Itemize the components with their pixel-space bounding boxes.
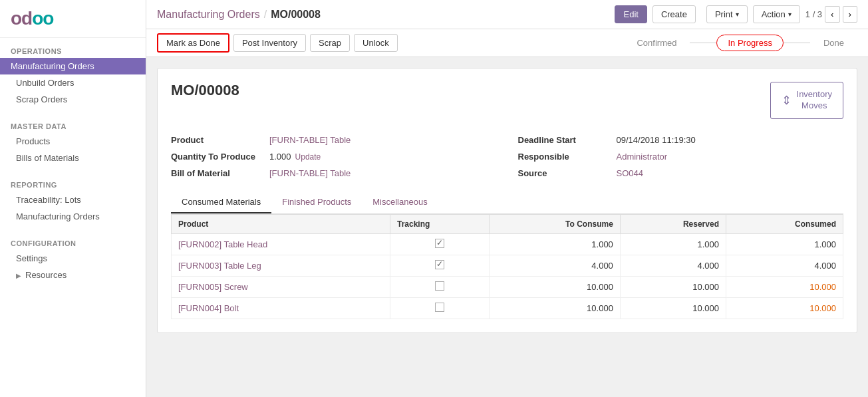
consumed-cell: 4.000 [726, 255, 843, 276]
logo: odoo [0, 0, 146, 38]
mo-header: MO/00008 ⇕ InventoryMoves [171, 82, 843, 119]
table-row: [FURN004] Bolt10.00010.00010.000 [172, 297, 843, 319]
consumed-materials-table: ProductTrackingTo ConsumeReservedConsume… [171, 214, 843, 319]
bom-field: Bill of Material [FURN-TABLE] Table [171, 168, 497, 178]
sidebar: odoo OperationsManufacturing OrdersUnbui… [0, 0, 146, 397]
col-header-tracking: Tracking [390, 214, 489, 233]
sidebar-section-reporting: ReportingTraceability: LotsManufacturing… [0, 172, 146, 230]
sidebar-item-products[interactable]: Products [0, 133, 146, 150]
sidebar-item-scrap-orders[interactable]: Scrap Orders [0, 91, 146, 108]
update-link[interactable]: Update [295, 152, 321, 162]
col-header-product: Product [172, 214, 390, 233]
tracking-cell[interactable] [390, 276, 489, 297]
to-consume-cell: 4.000 [490, 255, 621, 276]
scrap-button[interactable]: Scrap [310, 34, 350, 52]
qty-field: Quantity To Produce 1.000 Update [171, 152, 497, 162]
checkbox-checked-icon[interactable] [435, 260, 444, 269]
source-field: Source SO044 [518, 168, 844, 178]
col-header-to-consume: To Consume [490, 214, 621, 233]
mo-title: MO/00008 [171, 82, 239, 99]
tab-miscellaneous[interactable]: Miscellaneous [362, 192, 438, 213]
sidebar-item-resources[interactable]: ▶Resources [0, 267, 146, 283]
tab-consumed-materials[interactable]: Consumed Materials [171, 192, 271, 213]
tabs: Consumed MaterialsFinished ProductsMisce… [171, 192, 843, 214]
sidebar-item-traceability:-lots[interactable]: Traceability: Lots [0, 192, 146, 208]
checkbox-unchecked-icon[interactable] [435, 281, 444, 291]
consumed-cell: 10.000 [726, 297, 843, 319]
breadcrumb-parent[interactable]: Manufacturing Orders [157, 9, 260, 21]
sidebar-section-operations: OperationsManufacturing OrdersUnbuild Or… [0, 38, 146, 113]
print-dropdown-arrow: ▾ [736, 11, 739, 18]
product-cell[interactable]: [FURN003] Table Leg [172, 255, 390, 276]
checkbox-unchecked-icon[interactable] [435, 303, 444, 312]
checkbox-checked-icon[interactable] [435, 239, 444, 248]
action-dropdown-arrow: ▾ [788, 11, 792, 18]
tab-finished-products[interactable]: Finished Products [271, 192, 362, 213]
pagination: 1 / 3 ‹ › [805, 6, 857, 23]
consumed-cell: 1.000 [726, 233, 843, 255]
reserved-cell: 10.000 [620, 276, 726, 297]
inventory-moves-button[interactable]: ⇕ InventoryMoves [770, 82, 843, 119]
fields-grid: Product [FURN-TABLE] Table Quantity To P… [171, 135, 843, 178]
reserved-cell: 4.000 [620, 255, 726, 276]
left-fields: Product [FURN-TABLE] Table Quantity To P… [171, 135, 497, 178]
sidebar-section-master-data: Master DataProductsBills of Materials [0, 113, 146, 172]
col-header-consumed: Consumed [726, 214, 843, 233]
breadcrumb-current: MO/00008 [271, 9, 321, 21]
action-button[interactable]: Action ▾ [753, 5, 800, 23]
status-divider-1 [690, 43, 716, 43]
sidebar-item-bills-of-materials[interactable]: Bills of Materials [0, 150, 146, 166]
inventory-moves-label: InventoryMoves [797, 89, 832, 112]
tracking-cell[interactable] [390, 233, 489, 255]
sidebar-section-title: Configuration [0, 235, 146, 250]
create-button[interactable]: Create [652, 5, 696, 23]
product-cell[interactable]: [FURN005] Screw [172, 276, 390, 297]
product-cell[interactable]: [FURN004] Bolt [172, 297, 390, 319]
edit-button[interactable]: Edit [615, 5, 647, 23]
main-area: Manufacturing Orders / MO/00008 Edit Cre… [146, 0, 868, 397]
table-row: [FURN005] Screw10.00010.00010.000 [172, 276, 843, 297]
expand-arrow-icon: ▶ [16, 272, 21, 279]
sidebar-item-manufacturing-orders[interactable]: Manufacturing Orders [0, 58, 146, 74]
to-consume-cell: 10.000 [490, 297, 621, 319]
table-row: [FURN003] Table Leg4.0004.0004.000 [172, 255, 843, 276]
sidebar-item-unbuild-orders[interactable]: Unbuild Orders [0, 74, 146, 91]
content-area: MO/00008 ⇕ InventoryMoves Product [FURN-… [146, 57, 868, 397]
next-button[interactable]: › [843, 6, 857, 23]
sidebar-section-title: Master Data [0, 118, 146, 133]
topbar: Manufacturing Orders / MO/00008 Edit Cre… [146, 0, 868, 29]
to-consume-cell: 1.000 [490, 233, 621, 255]
deadline-field: Deadline Start 09/14/2018 11:19:30 [518, 135, 844, 145]
right-fields: Deadline Start 09/14/2018 11:19:30 Respo… [518, 135, 844, 178]
sidebar-item-manufacturing-orders[interactable]: Manufacturing Orders [0, 208, 146, 225]
to-consume-cell: 10.000 [490, 276, 621, 297]
tracking-cell[interactable] [390, 297, 489, 319]
responsible-field: Responsible Administrator [518, 152, 844, 162]
col-header-reserved: Reserved [620, 214, 726, 233]
status-in-progress[interactable]: In Progress [716, 35, 783, 51]
product-field: Product [FURN-TABLE] Table [171, 135, 497, 145]
prev-button[interactable]: ‹ [825, 6, 839, 23]
print-button[interactable]: Print ▾ [706, 5, 748, 23]
sidebar-section-title: Operations [0, 43, 146, 58]
post-inventory-button[interactable]: Post Inventory [233, 34, 306, 52]
tracking-cell[interactable] [390, 255, 489, 276]
consumed-cell: 10.000 [726, 276, 843, 297]
status-divider-2 [784, 43, 810, 43]
status-confirmed[interactable]: Confirmed [623, 35, 690, 51]
mark-as-done-button[interactable]: Mark as Done [157, 33, 229, 53]
reserved-cell: 1.000 [620, 233, 726, 255]
status-done[interactable]: Done [810, 35, 857, 51]
sidebar-item-settings[interactable]: Settings [0, 250, 146, 267]
actionbar: Mark as Done Post Inventory Scrap Unlock… [146, 29, 868, 57]
sidebar-section-configuration: ConfigurationSettings▶Resources [0, 230, 146, 289]
breadcrumb: Manufacturing Orders / MO/00008 [157, 9, 321, 21]
unlock-button[interactable]: Unlock [354, 34, 398, 52]
inventory-moves-icon: ⇕ [782, 93, 792, 108]
breadcrumb-separator: / [264, 9, 267, 21]
table-row: [FURN002] Table Head1.0001.0001.000 [172, 233, 843, 255]
mo-card: MO/00008 ⇕ InventoryMoves Product [FURN-… [157, 68, 857, 333]
reserved-cell: 10.000 [620, 297, 726, 319]
product-cell[interactable]: [FURN002] Table Head [172, 233, 390, 255]
sidebar-section-title: Reporting [0, 177, 146, 192]
